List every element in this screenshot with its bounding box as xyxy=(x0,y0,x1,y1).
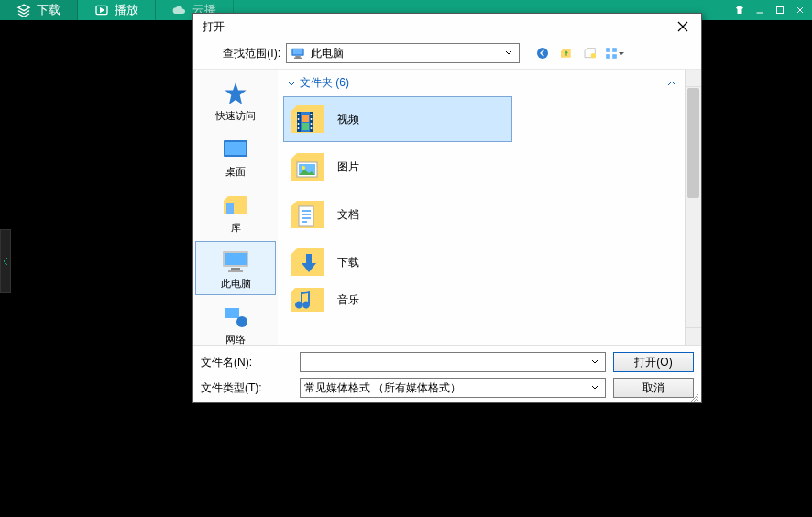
svg-rect-19 xyxy=(225,308,239,318)
cloud-icon xyxy=(172,3,187,17)
filetype-label: 文件类型(T): xyxy=(201,380,292,396)
place-label: 桌面 xyxy=(225,165,246,179)
svg-rect-32 xyxy=(302,115,309,122)
svg-rect-14 xyxy=(226,203,234,214)
svg-rect-41 xyxy=(302,221,307,223)
folder-download-icon xyxy=(290,244,328,280)
folder-list: 文件夹 (6) 视频 图片 xyxy=(278,70,685,345)
up-one-level-button[interactable] xyxy=(556,44,576,62)
tab-label: 播放 xyxy=(115,2,138,18)
open-file-dialog: 打开 查找范围(I): 此电脑 快速访问 桌面 xyxy=(192,13,702,403)
folder-item-downloads[interactable]: 下载 xyxy=(283,239,512,285)
svg-point-7 xyxy=(591,53,596,58)
download-icon xyxy=(16,3,31,17)
svg-rect-17 xyxy=(231,268,240,270)
look-in-combo[interactable]: 此电脑 xyxy=(286,43,520,63)
svg-point-28 xyxy=(311,114,313,116)
svg-point-36 xyxy=(302,166,305,170)
folder-music-icon xyxy=(290,287,328,313)
scrollbar-vertical[interactable] xyxy=(685,70,701,345)
svg-rect-5 xyxy=(294,58,302,59)
svg-rect-33 xyxy=(302,123,309,130)
svg-point-20 xyxy=(236,316,247,327)
look-in-row: 查找范围(I): 此电脑 xyxy=(193,39,701,69)
svg-rect-11 xyxy=(612,54,617,59)
folder-picture-icon xyxy=(290,148,328,185)
skin-button[interactable] xyxy=(731,3,748,17)
filename-label: 文件名(N): xyxy=(201,355,292,370)
new-folder-button[interactable] xyxy=(580,44,600,62)
svg-rect-9 xyxy=(612,48,617,52)
chevron-down-icon xyxy=(502,50,515,56)
chevron-up-icon xyxy=(666,78,677,89)
maximize-button[interactable] xyxy=(772,3,788,17)
app-close-button[interactable] xyxy=(792,3,808,17)
svg-point-6 xyxy=(537,48,548,59)
svg-rect-16 xyxy=(225,253,247,265)
svg-rect-39 xyxy=(302,214,311,215)
folder-item-documents[interactable]: 文档 xyxy=(283,192,512,237)
filetype-value: 常见媒体格式 （所有媒体格式） xyxy=(304,380,588,396)
svg-point-24 xyxy=(298,114,300,116)
group-header-folders[interactable]: 文件夹 (6) xyxy=(283,73,683,94)
chevron-down-icon xyxy=(588,359,601,365)
svg-rect-13 xyxy=(225,142,246,155)
place-label: 库 xyxy=(231,221,241,235)
resize-grip[interactable] xyxy=(688,390,699,401)
folder-name: 图片 xyxy=(337,160,359,175)
place-label: 快速访问 xyxy=(215,109,256,123)
place-quick-access[interactable]: 快速访问 xyxy=(195,73,276,127)
place-label: 网络 xyxy=(225,333,246,345)
place-network[interactable]: 网络 xyxy=(195,297,276,345)
folder-name: 音乐 xyxy=(337,292,359,308)
svg-rect-4 xyxy=(295,56,300,57)
play-circle-icon xyxy=(94,3,109,17)
dialog-title: 打开 xyxy=(203,19,672,35)
place-libraries[interactable]: 库 xyxy=(195,185,276,239)
tab-play[interactable]: 播放 xyxy=(78,0,156,20)
minimize-button[interactable] xyxy=(752,3,768,17)
folder-name: 视频 xyxy=(337,112,359,127)
filename-combo[interactable] xyxy=(300,352,606,372)
folder-video-icon xyxy=(290,101,328,138)
places-bar: 快速访问 桌面 库 此电脑 网络 xyxy=(193,70,278,345)
folder-document-icon xyxy=(290,196,328,233)
back-button[interactable] xyxy=(532,44,553,62)
window-controls xyxy=(731,3,808,17)
svg-point-31 xyxy=(311,127,313,129)
filetype-combo[interactable]: 常见媒体格式 （所有媒体格式） xyxy=(300,378,606,398)
svg-rect-10 xyxy=(606,54,610,59)
tab-label: 下载 xyxy=(37,2,60,18)
folder-item-music[interactable]: 音乐 xyxy=(283,287,512,313)
monitor-icon xyxy=(291,47,305,60)
folder-item-videos[interactable]: 视频 xyxy=(283,96,512,142)
chevron-down-icon xyxy=(588,385,601,390)
svg-point-25 xyxy=(298,118,300,120)
svg-rect-37 xyxy=(299,206,313,226)
folder-name: 下载 xyxy=(337,255,359,270)
svg-rect-38 xyxy=(302,210,311,212)
view-mode-button[interactable] xyxy=(604,44,624,62)
svg-point-30 xyxy=(311,123,313,125)
chevron-down-icon xyxy=(287,79,296,88)
svg-point-26 xyxy=(298,123,300,125)
look-in-label: 查找范围(I): xyxy=(203,46,280,61)
svg-rect-3 xyxy=(293,50,303,54)
dialog-close-button[interactable] xyxy=(672,17,694,36)
dialog-titlebar: 打开 xyxy=(193,14,701,39)
svg-rect-1 xyxy=(777,7,784,14)
svg-point-29 xyxy=(311,118,313,120)
tab-download[interactable]: 下载 xyxy=(0,0,78,20)
dialog-bottom-panel: 文件名(N): 打开(O) 文件类型(T): 常见媒体格式 （所有媒体格式） 取… xyxy=(193,345,701,402)
cancel-button[interactable]: 取消 xyxy=(613,378,694,398)
place-this-pc[interactable]: 此电脑 xyxy=(195,241,276,295)
svg-rect-18 xyxy=(228,270,243,272)
look-in-value: 此电脑 xyxy=(311,46,497,61)
open-button[interactable]: 打开(O) xyxy=(613,352,694,372)
folder-item-pictures[interactable]: 图片 xyxy=(283,144,512,190)
place-label: 此电脑 xyxy=(221,277,251,291)
place-desktop[interactable]: 桌面 xyxy=(195,129,276,183)
side-expand-handle[interactable] xyxy=(0,229,11,293)
svg-point-27 xyxy=(298,127,300,129)
group-header-label: 文件夹 (6) xyxy=(300,75,349,91)
